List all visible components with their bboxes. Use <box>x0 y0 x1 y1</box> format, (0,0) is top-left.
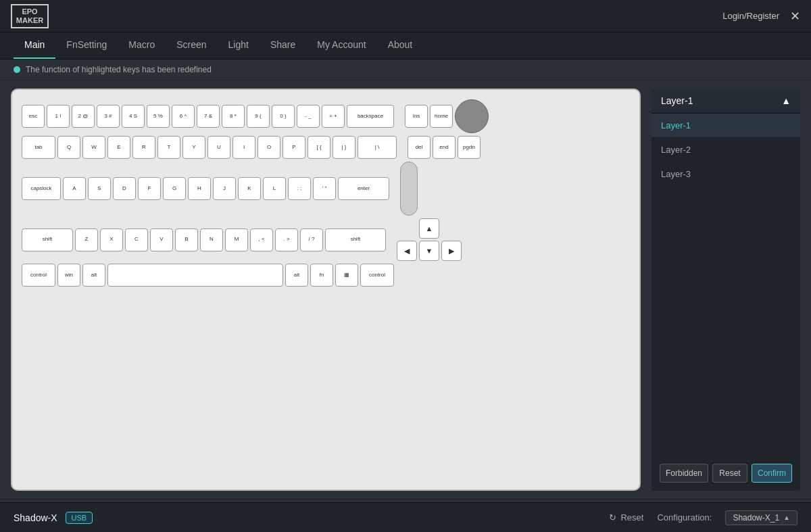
nav-item-macro[interactable]: Macro <box>118 32 166 59</box>
config-label: Configuration: <box>657 512 712 523</box>
nav-item-share[interactable]: Share <box>260 32 306 59</box>
key-semicolon[interactable]: : ; <box>288 177 311 200</box>
key-rbracket[interactable]: | } <box>333 136 355 159</box>
key-8[interactable]: 8 * <box>222 105 245 128</box>
config-dropdown-icon: ▲ <box>783 514 790 521</box>
key-6[interactable]: 6 ^ <box>172 105 195 128</box>
key-d[interactable]: D <box>113 177 136 200</box>
arrow-cluster: ▲ ◀ ▼ ▶ <box>397 218 462 261</box>
key-slash[interactable]: / ? <box>300 228 323 251</box>
layer-item-1[interactable]: Layer-1 <box>652 114 800 138</box>
key-1[interactable]: 1 ! <box>47 105 70 128</box>
key-row-3: capslock A S D F G H J K L : ; ' " enter <box>22 162 630 216</box>
key-backspace[interactable]: backspace <box>347 105 394 128</box>
nav-item-about[interactable]: About <box>377 32 424 59</box>
nav-item-fnsetting[interactable]: FnSetting <box>55 32 118 59</box>
key-u[interactable]: U <box>207 136 230 159</box>
close-button[interactable]: ✕ <box>790 10 800 22</box>
key-4[interactable]: 4 S <box>122 105 145 128</box>
key-k[interactable]: K <box>238 177 261 200</box>
key-l[interactable]: L <box>263 177 286 200</box>
key-i[interactable]: I <box>232 136 255 159</box>
key-del[interactable]: del <box>408 136 431 159</box>
key-n[interactable]: N <box>200 228 223 251</box>
nav-item-myaccount[interactable]: My Account <box>306 32 376 59</box>
key-up[interactable]: ▲ <box>419 218 439 239</box>
key-quote[interactable]: ' " <box>313 177 336 200</box>
key-5[interactable]: 5 % <box>147 105 170 128</box>
key-rotary[interactable] <box>455 99 489 133</box>
key-menu[interactable]: ▦ <box>335 264 358 287</box>
layer-collapse-icon[interactable]: ▲ <box>781 95 791 106</box>
key-2[interactable]: 2 @ <box>72 105 95 128</box>
key-rctrl[interactable]: control <box>360 264 394 287</box>
key-9[interactable]: 9 ( <box>247 105 270 128</box>
layer-panel: Layer-1 ▲ Layer-1 Layer-2 Layer-3 Forbid… <box>652 89 800 491</box>
key-o[interactable]: O <box>257 136 280 159</box>
key-down[interactable]: ▼ <box>419 241 439 261</box>
key-q[interactable]: Q <box>57 136 80 159</box>
key-t[interactable]: T <box>157 136 180 159</box>
forbidden-button[interactable]: Forbidden <box>660 464 708 483</box>
layer-item-3[interactable]: Layer-3 <box>652 162 800 187</box>
key-h[interactable]: H <box>188 177 211 200</box>
key-w[interactable]: W <box>82 136 105 159</box>
login-register-link[interactable]: Login/Register <box>722 11 779 21</box>
key-g[interactable]: G <box>163 177 186 200</box>
key-enter[interactable]: enter <box>338 177 389 200</box>
key-equals[interactable]: = + <box>322 105 345 128</box>
key-c[interactable]: C <box>125 228 148 251</box>
key-7[interactable]: 7 & <box>197 105 220 128</box>
key-right[interactable]: ▶ <box>441 241 462 261</box>
key-f[interactable]: F <box>138 177 161 200</box>
key-lctrl[interactable]: control <box>22 264 55 287</box>
key-0[interactable]: 0 ) <box>272 105 295 128</box>
key-capslock[interactable]: capslock <box>22 177 61 200</box>
key-rshift[interactable]: shift <box>325 228 386 251</box>
key-p[interactable]: P <box>282 136 305 159</box>
key-comma[interactable]: , < <box>250 228 273 251</box>
nav-item-main[interactable]: Main <box>14 32 55 59</box>
key-win[interactable]: win <box>57 264 80 287</box>
key-s[interactable]: S <box>88 177 111 200</box>
key-m[interactable]: M <box>225 228 248 251</box>
key-ralt[interactable]: alt <box>285 264 308 287</box>
key-home[interactable]: home <box>430 105 453 128</box>
key-end[interactable]: end <box>433 136 456 159</box>
key-left[interactable]: ◀ <box>397 241 417 261</box>
key-pgdn[interactable]: pgdn <box>458 136 481 159</box>
key-3[interactable]: 3 # <box>97 105 120 128</box>
key-backslash[interactable]: | \ <box>358 136 397 159</box>
key-a[interactable]: A <box>63 177 86 200</box>
usb-badge: USB <box>66 512 93 524</box>
key-b[interactable]: B <box>175 228 198 251</box>
key-period[interactable]: . > <box>275 228 298 251</box>
key-y[interactable]: Y <box>182 136 205 159</box>
key-tab[interactable]: tab <box>22 136 55 159</box>
key-ins[interactable]: Ins <box>405 105 428 128</box>
key-space[interactable] <box>107 264 283 287</box>
layer-item-2[interactable]: Layer-2 <box>652 138 800 162</box>
confirm-button[interactable]: Confirm <box>752 464 792 483</box>
info-message: The function of highlighted keys has bee… <box>26 65 212 74</box>
key-minus[interactable]: - _ <box>297 105 320 128</box>
config-value[interactable]: Shadow-X_1 ▲ <box>725 510 797 525</box>
key-x[interactable]: X <box>100 228 123 251</box>
key-esc[interactable]: esc <box>22 105 45 128</box>
key-lbracket[interactable]: [ { <box>308 136 330 159</box>
statusbar: Shadow-X USB ↻ Reset Configuration: Shad… <box>0 502 811 532</box>
key-z[interactable]: Z <box>75 228 98 251</box>
key-fn[interactable]: fn <box>310 264 333 287</box>
reset-button[interactable]: ↻ Reset <box>609 512 643 523</box>
nav-item-light[interactable]: Light <box>218 32 260 59</box>
key-scrollbar[interactable] <box>400 162 418 216</box>
key-r[interactable]: R <box>132 136 155 159</box>
nav-item-screen[interactable]: Screen <box>166 32 217 59</box>
key-j[interactable]: J <box>213 177 236 200</box>
key-e[interactable]: E <box>107 136 130 159</box>
key-v[interactable]: V <box>150 228 173 251</box>
key-lalt[interactable]: alt <box>82 264 105 287</box>
titlebar-right: Login/Register ✕ <box>722 10 800 22</box>
reset-layer-button[interactable]: Reset <box>712 464 747 483</box>
key-lshift[interactable]: shift <box>22 228 73 251</box>
